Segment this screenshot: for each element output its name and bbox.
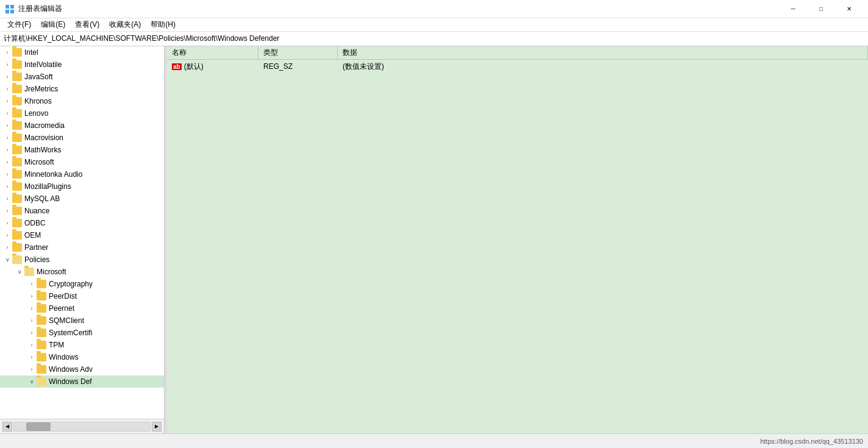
tree-label-javasoft: JavaSoft xyxy=(24,73,53,81)
tree-toggle-peernet[interactable]: › xyxy=(27,304,37,313)
tree-item-microsoft[interactable]: ›Microsoft xyxy=(0,156,164,168)
tree-item-odbc[interactable]: ›ODBC xyxy=(0,217,164,229)
folder-icon-partner xyxy=(12,243,22,252)
tree-toggle-macrovision[interactable]: › xyxy=(2,133,12,143)
tree-toggle-microsoft2[interactable]: ∨ xyxy=(15,267,24,277)
tree-toggle-khronos[interactable]: › xyxy=(2,96,12,106)
tree-item-javasoft[interactable]: ›JavaSoft xyxy=(0,71,164,83)
folder-icon-nuance xyxy=(12,207,22,215)
tree-label-odbc: ODBC xyxy=(24,219,46,227)
folder-icon-microsoft2 xyxy=(24,268,34,276)
col-header-name[interactable]: 名称 xyxy=(167,46,258,59)
tree-pane: ›Intel›IntelVolatile›JavaSoft›JreMetrics… xyxy=(0,46,165,433)
tree-item-minnetonka[interactable]: ›Minnetonka Audio xyxy=(0,168,164,180)
tree-toggle-sqmclient[interactable]: › xyxy=(27,316,37,325)
folder-icon-systemcertifi xyxy=(37,329,46,337)
tree-item-macrovision[interactable]: ›Macrovision xyxy=(0,132,164,144)
tree-item-oem[interactable]: ›OEM xyxy=(0,229,164,241)
tree-toggle-intelvolatile[interactable]: › xyxy=(2,60,12,69)
menu-view[interactable]: 查看(V) xyxy=(70,18,104,31)
tree-item-intel[interactable]: ›Intel xyxy=(0,46,164,59)
tree-label-windows: Windows xyxy=(49,353,79,361)
tree-toggle-tpm[interactable]: › xyxy=(27,340,37,350)
tree-item-cryptography[interactable]: ›Cryptography xyxy=(0,278,164,290)
tree-item-khronos[interactable]: ›Khronos xyxy=(0,95,164,107)
svg-rect-1 xyxy=(10,5,14,9)
tree-toggle-macromedia[interactable]: › xyxy=(2,121,12,130)
scroll-right-button[interactable]: ▶ xyxy=(152,422,162,432)
tree-item-lenovo[interactable]: ›Lenovo xyxy=(0,107,164,119)
tree-toggle-windowsadv[interactable]: › xyxy=(27,364,37,374)
menu-file[interactable]: 文件(F) xyxy=(2,18,36,31)
tree-item-policies[interactable]: ∨Policies xyxy=(0,254,164,266)
folder-icon-windows xyxy=(37,353,46,361)
menu-favorites[interactable]: 收藏夹(A) xyxy=(104,18,146,31)
menu-edit[interactable]: 编辑(E) xyxy=(36,18,70,31)
tree-item-jremetrics[interactable]: ›JreMetrics xyxy=(0,83,164,95)
folder-icon-odbc xyxy=(12,219,22,227)
tree-label-windowsdef: Windows Def xyxy=(49,377,92,386)
tree-toggle-jremetrics[interactable]: › xyxy=(2,84,12,94)
tree-item-intelvolatile[interactable]: ›IntelVolatile xyxy=(0,59,164,71)
tree-toggle-partner[interactable]: › xyxy=(2,243,12,252)
tree-toggle-lenovo[interactable]: › xyxy=(2,108,12,118)
maximize-button[interactable]: □ xyxy=(807,0,835,18)
tree-item-macromedia[interactable]: ›Macromedia xyxy=(0,119,164,132)
tree-toggle-odbc[interactable]: › xyxy=(2,218,12,228)
tree-item-peerdist[interactable]: ›PeerDist xyxy=(0,290,164,302)
tree-item-systemcertifi[interactable]: ›SystemCertifi xyxy=(0,327,164,339)
tree-toggle-policies[interactable]: ∨ xyxy=(2,255,12,265)
tree-toggle-systemcertifi[interactable]: › xyxy=(27,328,37,338)
folder-icon-minnetonka xyxy=(12,170,22,179)
status-text: https://blog.csdn.net/qq_43513130 xyxy=(760,438,863,445)
tree-toggle-mysqlab[interactable]: › xyxy=(2,194,12,204)
scroll-left-button[interactable]: ◀ xyxy=(2,422,12,432)
tree-toggle-mozillaplugins[interactable]: › xyxy=(2,182,12,191)
folder-icon-cryptography xyxy=(37,280,46,288)
folder-icon-javasoft xyxy=(12,73,22,81)
col-header-type[interactable]: 类型 xyxy=(258,46,338,59)
tree-item-mozillaplugins[interactable]: ›MozillaPlugins xyxy=(0,180,164,193)
minimize-button[interactable]: ─ xyxy=(779,0,807,18)
tree-item-microsoft2[interactable]: ∨Microsoft xyxy=(0,266,164,278)
tree-label-systemcertifi: SystemCertifi xyxy=(49,329,92,337)
scroll-thumb[interactable] xyxy=(26,422,51,431)
folder-icon-microsoft xyxy=(12,158,22,166)
tree-item-windows[interactable]: ›Windows xyxy=(0,351,164,363)
col-header-data[interactable]: 数据 xyxy=(338,46,868,59)
tree-item-tpm[interactable]: ›TPM xyxy=(0,339,164,351)
tree-toggle-windowsdef[interactable]: ∨ xyxy=(27,377,37,386)
tree-toggle-javasoft[interactable]: › xyxy=(2,72,12,82)
folder-icon-tpm xyxy=(37,341,46,349)
tree-label-macrovision: Macrovision xyxy=(24,133,63,142)
tree-item-peernet[interactable]: ›Peernet xyxy=(0,302,164,315)
tree-toggle-windows[interactable]: › xyxy=(27,352,37,362)
tree-label-intel: Intel xyxy=(24,48,38,57)
tree-label-microsoft2: Microsoft xyxy=(37,268,66,276)
data-row-0[interactable]: ab(默认)REG_SZ(数值未设置) xyxy=(167,60,868,73)
tree-item-nuance[interactable]: ›Nuance xyxy=(0,205,164,217)
tree-item-windowsadv[interactable]: ›Windows Adv xyxy=(0,363,164,375)
data-cell-value-0: (数值未设置) xyxy=(338,62,868,72)
tree-toggle-minnetonka[interactable]: › xyxy=(2,169,12,179)
horizontal-scrollbar[interactable] xyxy=(13,422,151,432)
tree-item-sqmclient[interactable]: ›SQMClient xyxy=(0,315,164,327)
folder-icon-policies xyxy=(12,255,22,264)
menu-help[interactable]: 帮助(H) xyxy=(146,18,180,31)
tree-label-policies: Policies xyxy=(24,255,49,264)
tree-toggle-cryptography[interactable]: › xyxy=(27,279,37,289)
tree-toggle-oem[interactable]: › xyxy=(2,230,12,240)
tree-item-mysqlab[interactable]: ›MySQL AB xyxy=(0,193,164,205)
tree-toggle-mathworks[interactable]: › xyxy=(2,145,12,155)
close-button[interactable]: ✕ xyxy=(835,0,863,18)
tree-scroll[interactable]: ›Intel›IntelVolatile›JavaSoft›JreMetrics… xyxy=(0,46,164,419)
tree-toggle-peerdist[interactable]: › xyxy=(27,291,37,301)
data-cell-name-0: ab(默认) xyxy=(167,62,258,72)
tree-item-mathworks[interactable]: ›MathWorks xyxy=(0,144,164,156)
tree-toggle-microsoft[interactable]: › xyxy=(2,157,12,167)
status-bar: https://blog.csdn.net/qq_43513130 xyxy=(0,433,868,448)
tree-toggle-nuance[interactable]: › xyxy=(2,206,12,216)
tree-toggle-intel[interactable]: › xyxy=(2,48,12,57)
tree-item-partner[interactable]: ›Partner xyxy=(0,241,164,254)
tree-item-windowsdef[interactable]: ∨Windows Def xyxy=(0,375,164,388)
